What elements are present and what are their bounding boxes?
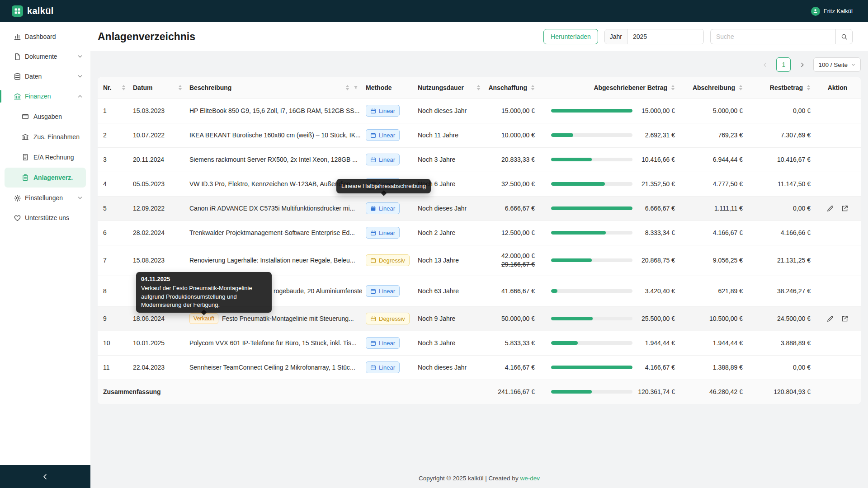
column-header-beschreibung[interactable]: Beschreibung — [186, 77, 362, 99]
methode-tag[interactable]: Linear — [366, 154, 400, 165]
edit-icon[interactable] — [826, 205, 834, 212]
search-input[interactable] — [710, 29, 835, 44]
calendar-icon — [370, 157, 376, 163]
cell-beschreibung: Polycom VVX 601 IP-Telefone für Büro, 15… — [186, 331, 362, 355]
table-row[interactable]: 115.03.2023HP EliteBook 850 G9, 15,6 Zol… — [98, 99, 861, 123]
filter-icon[interactable] — [353, 85, 359, 90]
sort-icon[interactable] — [807, 85, 811, 90]
sort-icon[interactable] — [671, 85, 675, 90]
table-row[interactable]: 210.07.2022IKEA BEKANT Bürotische 160x80… — [98, 123, 861, 147]
sidebar-item-einstellungen[interactable]: Einstellungen — [0, 188, 90, 208]
cell-restbetrag: 0,00 € — [746, 196, 814, 221]
sidebar-item-ausgaben[interactable]: Ausgaben — [5, 107, 86, 127]
methode-tag[interactable]: Linear — [366, 285, 400, 297]
table-row[interactable]: 320.11.2024Siemens rackmount Server RX50… — [98, 147, 861, 172]
page-size-select[interactable]: 100 / Seite — [813, 57, 861, 72]
summary-row: Zusammenfassung241.166,67 €120.361,74 €4… — [98, 380, 861, 404]
sidebar-item-label: Zus. Einnahmen — [33, 133, 80, 141]
sort-icon[interactable] — [476, 85, 481, 90]
cell-aktion — [814, 355, 861, 380]
methode-tag[interactable]: Linear — [366, 227, 400, 239]
cell-abgeschriebener-betrag: 4.166,67 € — [538, 355, 679, 380]
cell-anschaffung: 42.000,00 €29.166,67 € — [484, 245, 538, 276]
column-header-restbetrag[interactable]: Restbetrag — [746, 77, 814, 99]
sort-icon[interactable] — [345, 85, 349, 90]
methode-tag[interactable]: Linear — [366, 202, 400, 214]
column-label: Methode — [366, 84, 392, 91]
edit-icon[interactable] — [826, 315, 834, 323]
cell-abschreibung: 1.388,89 € — [679, 355, 746, 380]
sort-icon[interactable] — [122, 85, 126, 90]
cell-nutzungsdauer: Noch 2 Jahre — [414, 221, 484, 245]
sidebar: DashboardDokumenteDatenFinanzenAusgabenZ… — [0, 22, 90, 488]
pagination-prev-button[interactable] — [758, 58, 772, 71]
sidebar-item-finanzen[interactable]: Finanzen — [0, 86, 90, 106]
sidebar-item-daten[interactable]: Daten — [0, 66, 90, 86]
brand[interactable]: kalkül — [12, 5, 54, 17]
column-header-nr[interactable]: Nr. — [98, 77, 129, 99]
heart-icon — [14, 214, 21, 222]
export-icon[interactable] — [841, 315, 849, 323]
pagination-page-1[interactable]: 1 — [776, 57, 791, 72]
sidebar-item-zus-einnahmen[interactable]: Zus. Einnahmen — [5, 127, 86, 147]
table-row[interactable]: 1010.01.2025Polycom VVX 601 IP-Telefone … — [98, 331, 861, 355]
description-text: Siemens rackmount Server RX500, 2x Intel… — [189, 156, 358, 164]
abgeschrieben-value: 6.666,67 € — [632, 205, 675, 212]
column-header-abgeschriebener-betrag[interactable]: Abgeschriebener Betrag — [538, 77, 679, 99]
sort-icon[interactable] — [178, 85, 182, 90]
column-label: Anschaffung — [488, 84, 527, 91]
sidebar-item-dashboard[interactable]: Dashboard — [0, 27, 90, 47]
methode-label: Linear — [379, 108, 395, 114]
table-row[interactable]: 512.09.2022Canon iR ADVANCE DX C5735i Mu… — [98, 196, 861, 221]
sort-icon[interactable] — [739, 85, 743, 90]
export-icon[interactable] — [841, 205, 849, 212]
sidebar-item-dokumente[interactable]: Dokumente — [0, 47, 90, 66]
methode-tag[interactable]: Linear — [366, 105, 400, 117]
cell-beschreibung: Siemens rackmount Server RX500, 2x Intel… — [186, 147, 362, 172]
table-row[interactable]: 1122.04.2023Sennheiser TeamConnect Ceili… — [98, 355, 861, 380]
search-button[interactable] — [835, 29, 853, 44]
cell-beschreibung: HP EliteBook 850 G9, 15,6 Zoll, i7, 16GB… — [186, 99, 362, 123]
abgeschrieben-value: 4.166,67 € — [632, 364, 675, 371]
clipboard-icon — [22, 174, 29, 181]
sidebar-collapse-button[interactable] — [0, 465, 90, 488]
sidebar-item-label: Daten — [25, 73, 42, 80]
progress-bar — [551, 133, 632, 137]
column-header-anschaffung[interactable]: Anschaffung — [484, 77, 538, 99]
download-button[interactable]: Herunterladen — [543, 29, 598, 44]
column-header-datum[interactable]: Datum — [129, 77, 186, 99]
cell-anschaffung: 10.000,00 € — [484, 123, 538, 147]
anschaffung-strikethrough: 29.166,67 € — [488, 260, 535, 269]
description-text: Polycom VVX 601 IP-Telefone für Büro, 15… — [189, 340, 357, 347]
cell-abgeschriebener-betrag: 8.333,34 € — [538, 221, 679, 245]
sidebar-item-anlagenverz[interactable]: Anlagenverz. — [5, 168, 86, 188]
cell-aktion — [814, 276, 861, 306]
cell-restbetrag: 3.888,89 € — [746, 331, 814, 355]
sidebar-item-label: Dokumente — [25, 53, 57, 60]
methode-tag[interactable]: Linear — [366, 337, 400, 349]
we-dev-link[interactable]: we-dev — [520, 475, 540, 482]
sort-icon[interactable] — [531, 85, 535, 90]
column-header-abschreibung[interactable]: Abschreibung — [679, 77, 746, 99]
user-menu[interactable]: Fritz Kalkül — [811, 7, 853, 16]
year-input[interactable] — [627, 29, 703, 44]
cell-beschreibung: Renovierung Lagerhalle: Installation neu… — [186, 245, 362, 276]
table-row[interactable]: 405.05.2023VW ID.3 Pro, Elektro, Kennzei… — [98, 172, 861, 196]
pagination-next-button[interactable] — [795, 58, 809, 71]
description-text: Renovierung Lagerhalle: Installation neu… — [189, 257, 355, 264]
content: 1 100 / Seite Nr.DatumBeschreibungMethod… — [90, 51, 868, 488]
methode-tag[interactable]: Degressiv — [366, 254, 410, 266]
methode-tag[interactable]: Linear — [366, 129, 400, 141]
methode-tag[interactable]: Degressiv — [366, 313, 410, 324]
cell-abgeschriebener-betrag: 21.352,50 € — [538, 172, 679, 196]
table-row[interactable]: 628.02.2024Trenkwalder Projektmanagement… — [98, 221, 861, 245]
cell-abgeschriebener-betrag: 1.944,44 € — [538, 331, 679, 355]
sidebar-item-ea-rechnung[interactable]: E/A Rechnung — [5, 147, 86, 167]
cell-anschaffung: 50.000,00 € — [484, 306, 538, 331]
sidebar-item-unterstuetze-uns[interactable]: Unterstütze uns — [0, 208, 90, 228]
logo-grid-icon — [12, 5, 23, 17]
table-row[interactable]: 715.08.2023Renovierung Lagerhalle: Insta… — [98, 245, 861, 276]
sidebar-item-label: Dashboard — [25, 33, 56, 40]
column-header-nutzungsdauer[interactable]: Nutzungsdauer — [414, 77, 484, 99]
methode-tag[interactable]: Linear — [366, 361, 400, 373]
